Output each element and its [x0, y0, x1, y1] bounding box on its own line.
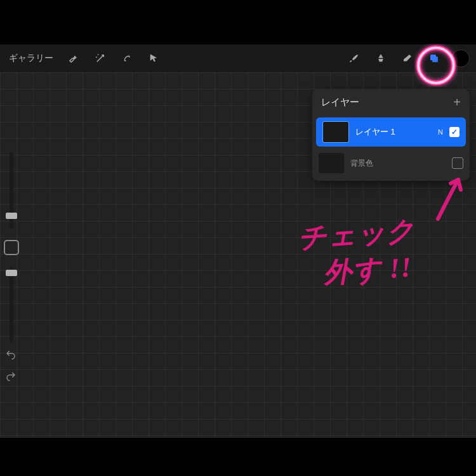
undo-button[interactable]: [5, 349, 17, 363]
eraser-icon[interactable]: [399, 50, 416, 67]
wrench-icon[interactable]: [65, 50, 83, 67]
layer-name-label: 背景色: [350, 158, 446, 169]
toolbar-right: [345, 50, 470, 67]
opacity-knob[interactable]: [6, 270, 17, 276]
layers-panel-title: レイヤー: [321, 96, 359, 109]
color-swatch[interactable]: [452, 50, 470, 67]
layers-panel: レイヤー + レイヤー 1 N ✓ 背景色: [312, 89, 470, 181]
wand-icon[interactable]: [91, 50, 109, 67]
modifier-button[interactable]: [4, 240, 19, 255]
brush-icon[interactable]: [345, 50, 363, 67]
layer-thumbnail: [319, 153, 344, 173]
layer-blend-label[interactable]: N: [438, 128, 443, 136]
layers-panel-header: レイヤー +: [312, 89, 470, 115]
layer-row[interactable]: 背景色: [312, 149, 470, 177]
layer-row[interactable]: レイヤー 1 N ✓: [316, 117, 466, 147]
layer-visibility-checkbox[interactable]: [452, 157, 463, 169]
undo-redo-group: [5, 349, 17, 385]
side-controls: [4, 152, 19, 343]
brush-size-slider[interactable]: [10, 152, 13, 228]
layer-visibility-checkbox[interactable]: ✓: [449, 127, 459, 137]
brush-size-knob[interactable]: [6, 213, 17, 219]
redo-button[interactable]: [5, 371, 17, 385]
layer-name-label: レイヤー 1: [355, 126, 432, 138]
smudge-icon[interactable]: [372, 50, 390, 67]
top-toolbar: ギャラリー: [0, 44, 476, 72]
shape-icon[interactable]: [118, 50, 136, 67]
add-layer-button[interactable]: +: [453, 95, 461, 110]
gallery-button[interactable]: ギャラリー: [6, 51, 56, 65]
layers-icon[interactable]: [425, 50, 443, 67]
svg-rect-1: [432, 56, 438, 62]
toolbar-left: ギャラリー: [6, 50, 162, 67]
layer-thumbnail: [322, 121, 349, 143]
cursor-icon[interactable]: [145, 50, 162, 67]
opacity-slider[interactable]: [10, 267, 13, 343]
